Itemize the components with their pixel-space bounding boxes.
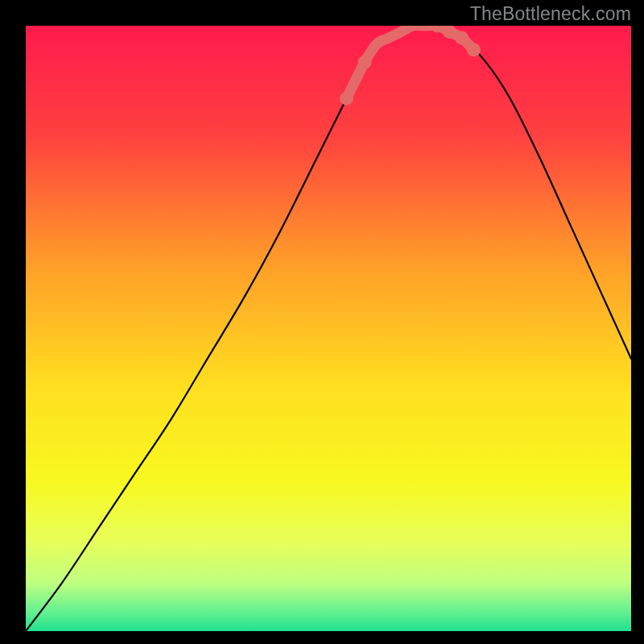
highlight-dot [358, 56, 372, 69]
highlight-dot [340, 92, 353, 105]
highlight-dot [455, 31, 469, 45]
plot-area [26, 26, 631, 631]
gradient-background [26, 26, 631, 631]
bottleneck-chart-svg [26, 26, 631, 631]
watermark-text: TheBottleneck.com [470, 3, 631, 25]
highlight-dot [467, 43, 481, 57]
chart-frame: TheBottleneck.com [0, 0, 644, 644]
